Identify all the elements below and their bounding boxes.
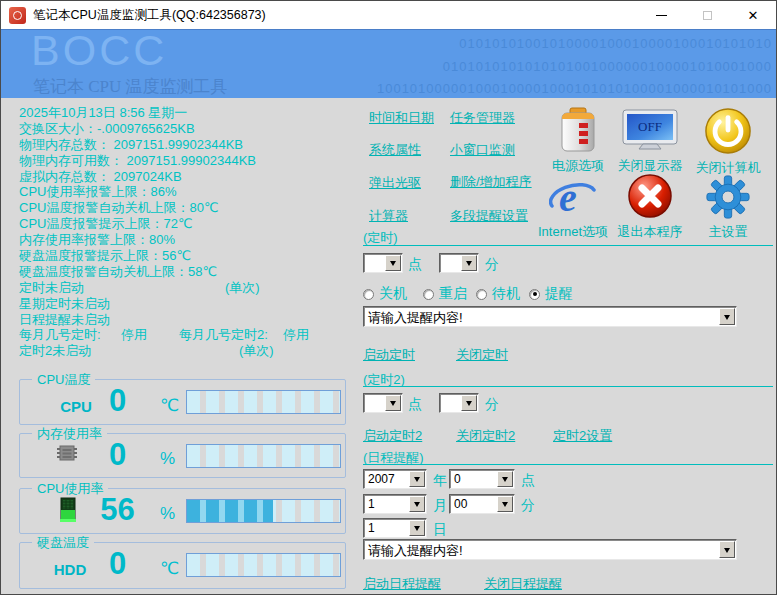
hour-label: 点 [408, 256, 422, 274]
info-phys-mem-avail: 物理内存可用数： 2097151.99902344KB [19, 153, 359, 169]
link-mini-window-monitor[interactable]: 小窗口监测 [450, 141, 515, 159]
app-icon [9, 7, 26, 24]
schedule-reminder-input[interactable]: 请输入提醒内容! [363, 539, 737, 560]
link-calculator[interactable]: 计算器 [369, 207, 408, 225]
timer1-minute-select[interactable] [439, 253, 479, 273]
info-schedule-status: 日程提醒未启动 [19, 312, 359, 328]
info-virt-mem-total: 虚拟内存总数： 2097024KB [19, 169, 359, 185]
percent-unit: % [160, 504, 175, 524]
minute-label: 分 [485, 256, 499, 274]
cpu-temp-value: 0 [75, 381, 160, 421]
memory-usage-gauge: 内存使用率 0 % [19, 433, 346, 478]
info-swap-size: 交换区大小：-.0009765625KB [19, 121, 359, 137]
close-button[interactable]: ✕ [730, 1, 776, 29]
chevron-down-icon[interactable] [409, 520, 425, 536]
timer2-minute-select[interactable] [439, 393, 479, 413]
info-week-timer-status: 星期定时未启动 [19, 296, 359, 312]
schedule-hour-select[interactable]: 0 [449, 469, 515, 489]
info-hdd-temp-warn-limit: 硬盘温度报警提示上限：56℃ [19, 248, 359, 264]
link-system-properties[interactable]: 系统属性 [369, 141, 421, 159]
window-title: 笔记本CPU温度监测工具(QQ:642356873) [33, 7, 266, 24]
chevron-down-icon[interactable] [409, 471, 425, 487]
minimize-icon [656, 15, 667, 16]
close-icon: ✕ [748, 9, 759, 22]
header-banner: BOCC 笔记本 CPU 温度监测工具 01010101001010000100… [1, 29, 776, 98]
app-subtitle: 笔记本 CPU 温度监测工具 [33, 75, 228, 98]
cpu-usage-value: 56 [75, 490, 160, 530]
info-cpu-temp-shutdown-limit: CPU温度报警自动关机上限：80℃ [19, 200, 359, 216]
hdd-temp-value: 0 [75, 544, 160, 584]
radio-shutdown[interactable]: 关机 [363, 285, 407, 303]
minute-label: 分 [521, 497, 535, 515]
cpu-usage-gauge: CPU使用率 56 % [19, 488, 346, 534]
monitor-off-icon: OFF [622, 141, 678, 156]
minimize-button[interactable] [638, 1, 684, 29]
tool-label: 主设置 [688, 223, 768, 241]
chevron-down-icon[interactable] [409, 496, 425, 512]
link-multi-reminder-settings[interactable]: 多段提醒设置 [450, 207, 528, 225]
radio-standby[interactable]: 待机 [476, 285, 520, 303]
schedule-minute-select[interactable]: 00 [449, 494, 515, 514]
memory-usage-value: 0 [75, 435, 160, 475]
hdd-temp-gauge: 硬盘温度 HDD 0 ℃ [19, 542, 346, 589]
tool-label: Internet选项 [533, 223, 613, 241]
celsius-unit: ℃ [160, 558, 179, 579]
chevron-down-icon[interactable] [497, 471, 513, 487]
system-info: 2025年10月13日 8:56 星期一 交换区大小：-.0009765625K… [19, 105, 359, 359]
info-cpu-temp-warn-limit: CPU温度报警提示上限：72℃ [19, 216, 359, 232]
info-mem-usage-limit: 内存使用率报警上限：80% [19, 232, 359, 248]
chevron-down-icon[interactable] [461, 395, 477, 411]
schedule-day-select[interactable]: 1 [363, 518, 427, 538]
turn-off-monitor-button[interactable]: OFF 关闭显示器 [610, 109, 690, 175]
power-options-button[interactable]: 电源选项 [538, 107, 618, 175]
maximize-icon [703, 11, 712, 20]
divider [363, 464, 773, 465]
hour-label: 点 [521, 472, 535, 490]
link-add-remove-programs[interactable]: 删除/增加程序 [450, 174, 540, 193]
main-settings-button[interactable]: 主设置 [688, 175, 768, 241]
start-timer1-link[interactable]: 启动定时 [363, 346, 415, 364]
hour-label: 点 [408, 396, 422, 414]
celsius-unit: ℃ [160, 395, 179, 416]
internet-options-button[interactable]: e Internet选项 [533, 175, 613, 241]
start-schedule-link[interactable]: 启动日程提醒 [363, 575, 441, 593]
link-eject-cdrom[interactable]: 弹出光驱 [369, 174, 421, 192]
timer1-reminder-input[interactable]: 请输入提醒内容! [363, 306, 737, 327]
exit-icon [627, 207, 673, 222]
link-time-date[interactable]: 时间和日期 [369, 109, 434, 127]
titlebar: 笔记本CPU温度监测工具(QQ:642356873) ✕ [1, 1, 776, 29]
binary-decoration: 01010101001010000100010000100010101010 0… [377, 33, 772, 98]
stop-schedule-link[interactable]: 关闭日程提醒 [484, 575, 562, 593]
power-button-icon [703, 143, 753, 158]
radio-restart[interactable]: 重启 [423, 285, 467, 303]
exit-program-button[interactable]: 退出本程序 [610, 173, 690, 241]
info-timer-status: 定时未启动 (单次) [19, 280, 359, 296]
info-datetime: 2025年10月13日 8:56 星期一 [19, 105, 359, 121]
timer1-hour-select[interactable] [363, 253, 403, 273]
app-logo: BOCC [31, 29, 167, 75]
gear-icon [705, 207, 751, 222]
start-timer2-link[interactable]: 启动定时2 [363, 427, 422, 445]
schedule-month-select[interactable]: 1 [363, 494, 427, 514]
chevron-down-icon[interactable] [497, 496, 513, 512]
divider [363, 245, 773, 246]
stop-timer2-link[interactable]: 关闭定时2 [456, 427, 515, 445]
info-timer2-status: 定时2未启动 (单次) [19, 343, 359, 359]
app-window: 笔记本CPU温度监测工具(QQ:642356873) ✕ BOCC 笔记本 CP… [0, 0, 777, 595]
minute-label: 分 [485, 396, 499, 414]
shutdown-computer-button[interactable]: 关闭计算机 [688, 107, 768, 177]
timer2-hour-select[interactable] [363, 393, 403, 413]
chevron-down-icon[interactable] [385, 395, 401, 411]
stop-timer1-link[interactable]: 关闭定时 [456, 346, 508, 364]
link-task-manager[interactable]: 任务管理器 [450, 109, 515, 127]
memory-usage-bar [186, 444, 341, 468]
schedule-year-select[interactable]: 2007 [363, 469, 427, 489]
radio-reminder[interactable]: 提醒 [529, 285, 573, 303]
chevron-down-icon[interactable] [719, 308, 735, 325]
timer2-settings-link[interactable]: 定时2设置 [553, 427, 612, 445]
chevron-down-icon[interactable] [461, 255, 477, 271]
chevron-down-icon[interactable] [719, 541, 735, 558]
year-label: 年 [433, 472, 447, 490]
chevron-down-icon[interactable] [385, 255, 401, 271]
info-monthly-timer-status: 每月几号定时: 停用 每月几号定时2: 停用 [19, 327, 359, 343]
